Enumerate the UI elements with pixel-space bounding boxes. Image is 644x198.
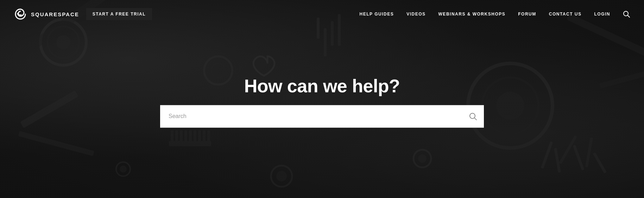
nav-contact-us[interactable]: CONTACT US <box>549 12 582 17</box>
svg-line-41 <box>628 16 630 18</box>
search-container <box>160 105 484 128</box>
search-icon <box>623 11 630 18</box>
squarespace-logo-icon <box>14 8 27 20</box>
search-submit-icon <box>469 112 477 120</box>
nav-videos[interactable]: VIDEOS <box>406 12 425 17</box>
navbar-left: SQUARESPACE START A FREE TRIAL <box>14 8 152 20</box>
logo-area[interactable]: SQUARESPACE <box>14 8 79 20</box>
hero-content: How can we help? <box>160 75 484 128</box>
nav-help-guides[interactable]: HELP GUIDES <box>360 12 394 17</box>
search-submit-button[interactable] <box>462 105 484 128</box>
hero-section: SQUARESPACE START A FREE TRIAL HELP GUID… <box>0 0 644 198</box>
hero-title: How can we help? <box>244 75 400 97</box>
search-icon-button[interactable] <box>623 11 630 18</box>
nav-login[interactable]: LOGIN <box>594 12 611 17</box>
svg-line-43 <box>474 118 476 120</box>
navbar-right: HELP GUIDES VIDEOS WEBINARS & WORKSHOPS … <box>360 11 630 18</box>
trial-button[interactable]: START A FREE TRIAL <box>86 8 152 20</box>
nav-forum[interactable]: FORUM <box>518 12 536 17</box>
nav-webinars-workshops[interactable]: WEBINARS & WORKSHOPS <box>438 12 506 17</box>
navbar: SQUARESPACE START A FREE TRIAL HELP GUID… <box>0 0 644 28</box>
search-input[interactable] <box>160 105 462 128</box>
logo-text: SQUARESPACE <box>31 11 79 17</box>
